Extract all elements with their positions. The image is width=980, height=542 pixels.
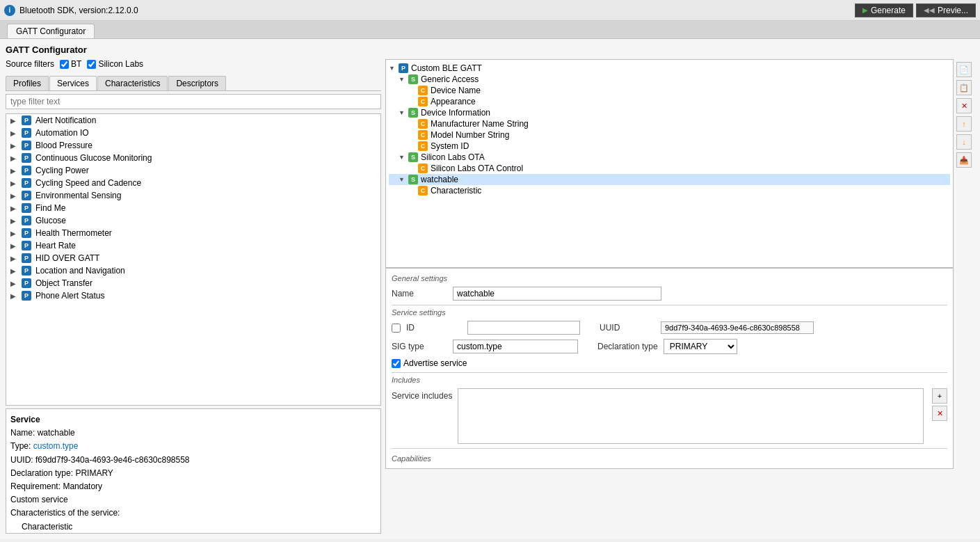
declaration-type-select[interactable]: PRIMARY SECONDARY	[664, 339, 737, 354]
filter-input[interactable]	[6, 94, 381, 109]
expand-arrow: ▶	[10, 129, 17, 137]
silicon-labs-filter[interactable]: Silicon Labs	[87, 59, 143, 69]
id-label: ID	[406, 323, 462, 333]
sig-type-label: SIG type	[392, 342, 447, 351]
tree-root[interactable]: ▼ P Custom BLE GATT	[389, 63, 950, 74]
delete-button[interactable]: ✕	[956, 98, 972, 113]
tab-characteristics[interactable]: Characteristics	[97, 76, 168, 90]
list-item[interactable]: ▶ P Cycling Speed and Cadence	[6, 177, 380, 189]
expand-arrow: ▶	[10, 242, 17, 250]
expand-arrow: ▶	[10, 205, 17, 212]
id-row: ID UUID	[392, 321, 947, 335]
tab-descriptors[interactable]: Descriptors	[168, 76, 226, 90]
list-item-label: Cycling Power	[35, 166, 89, 175]
info-name: Name: watchable	[10, 427, 376, 440]
tree-item[interactable]: ▶ C Model Number String	[389, 129, 950, 141]
tree-item[interactable]: ▼ S Generic Access	[389, 74, 950, 85]
list-item[interactable]: ▶ P Location and Navigation	[6, 264, 380, 277]
move-up-button[interactable]: ↑	[956, 116, 972, 131]
list-item[interactable]: ▶ P Glucose	[6, 214, 380, 227]
silicon-labs-checkbox[interactable]	[87, 60, 96, 69]
move-down-button[interactable]: ↓	[956, 134, 972, 150]
tab-bar: GATT Configurator	[0, 21, 980, 39]
includes-row: Service includes + ✕	[392, 388, 947, 444]
tab-profiles[interactable]: Profiles	[6, 76, 49, 90]
chevron-down-icon: ▼	[389, 65, 396, 72]
badge-c: C	[418, 130, 428, 140]
tree-root-label: Custom BLE GATT	[411, 63, 482, 73]
badge-s: S	[408, 108, 418, 118]
import-button[interactable]: 📥	[956, 152, 972, 168]
bt-label: BT	[71, 59, 81, 69]
uuid-input[interactable]	[661, 321, 814, 334]
list-item[interactable]: ▶ P Cycling Power	[6, 164, 380, 177]
remove-include-button[interactable]: ✕	[932, 406, 947, 421]
preview-button[interactable]: ◀◀ Previe...	[916, 3, 976, 17]
tree-item[interactable]: ▶ C Characteristic	[389, 185, 950, 196]
tree-item-label: System ID	[431, 141, 469, 151]
expand-arrow: ▶	[10, 154, 17, 162]
sig-type-input[interactable]	[453, 340, 578, 353]
list-item[interactable]: ▶ P Find Me	[6, 202, 380, 214]
tree-item[interactable]: ▶ C Device Name	[389, 85, 950, 96]
list-item[interactable]: ▶ P HID OVER GATT	[6, 252, 380, 264]
copy-button[interactable]: 📋	[956, 80, 972, 95]
right-toolbar: 📄 📋 ✕ ↑ ↓ 📥	[956, 59, 974, 534]
tree-item[interactable]: ▶ C Appearance	[389, 96, 950, 107]
tree-item-label: Generic Access	[421, 74, 479, 84]
new-button[interactable]: 📄	[956, 62, 972, 77]
tree-item-watchable[interactable]: ▼ S watchable	[389, 174, 950, 185]
chevron-down-icon: ▼	[399, 176, 405, 183]
includes-title: Includes	[392, 376, 947, 384]
settings-panel: General settings Name Service settings I…	[385, 268, 954, 469]
list-item[interactable]: ▶ P Continuous Glucose Monitoring	[6, 152, 380, 164]
chevron-down-icon: ▼	[399, 76, 405, 83]
expand-arrow: ▶	[10, 217, 17, 225]
main-content: GATT Configurator Source filters BT Sili…	[0, 39, 980, 539]
generate-button[interactable]: ▶ Generate	[855, 3, 913, 17]
info-uuid: UUID: f69dd7f9-340a-4693-9e46-c8630c8985…	[10, 454, 376, 467]
profiles-list: ▶ P Alert Notification ▶ P Automation IO…	[6, 113, 381, 406]
list-item-label: Location and Navigation	[35, 266, 125, 276]
advertise-label[interactable]: Advertise service	[392, 358, 467, 368]
bt-filter[interactable]: BT	[60, 59, 81, 69]
list-item[interactable]: ▶ P Automation IO	[6, 127, 380, 139]
expand-arrow: ▶	[10, 142, 17, 150]
add-include-button[interactable]: +	[932, 388, 947, 404]
name-input[interactable]	[453, 287, 661, 301]
expand-arrow: ▶	[10, 280, 17, 287]
list-item[interactable]: ▶ P Blood Pressure	[6, 139, 380, 152]
id-checkbox[interactable]	[392, 324, 401, 333]
tab-services[interactable]: Services	[49, 76, 97, 90]
top-actions: ▶ Generate ◀◀ Previe...	[855, 3, 976, 17]
list-item[interactable]: ▶ P Alert Notification	[6, 114, 380, 127]
silicon-labs-label: Silicon Labs	[98, 59, 143, 69]
list-item-label: Blood Pressure	[35, 141, 93, 150]
list-item[interactable]: ▶ P Heart Rate	[6, 239, 380, 252]
tree-item-label: Characteristic	[431, 186, 481, 196]
tree-item[interactable]: ▶ C Manufacturer Name String	[389, 118, 950, 129]
gatt-configurator-tab[interactable]: GATT Configurator	[7, 24, 95, 38]
advertise-checkbox[interactable]	[392, 359, 401, 368]
tree-item[interactable]: ▶ C System ID	[389, 141, 950, 152]
list-item[interactable]: ▶ P Object Transfer	[6, 277, 380, 289]
expand-arrow: ▶	[10, 230, 17, 237]
bt-checkbox[interactable]	[60, 60, 69, 69]
tree-item[interactable]: ▼ S Silicon Labs OTA	[389, 152, 950, 163]
tree-item[interactable]: ▶ C Silicon Labs OTA Control	[389, 163, 950, 174]
info-icon: i	[4, 5, 15, 16]
list-item[interactable]: ▶ P Environmental Sensing	[6, 189, 380, 202]
left-panel: Source filters BT Silicon Labs Profiles …	[6, 59, 381, 534]
badge-p: P	[22, 216, 31, 225]
id-input[interactable]	[467, 321, 580, 335]
list-item[interactable]: ▶ P Phone Alert Status	[6, 289, 380, 302]
play-icon: ▶	[862, 6, 868, 14]
top-bar: i Bluetooth SDK, version:2.12.0.0 ▶ Gene…	[0, 0, 980, 21]
list-item-label: Environmental Sensing	[35, 191, 121, 200]
info-declaration: Declaration type: PRIMARY	[10, 467, 376, 480]
tree-item[interactable]: ▼ S Device Information	[389, 107, 950, 118]
tree-item-label: watchable	[421, 175, 458, 184]
badge-s: S	[408, 175, 418, 184]
list-item[interactable]: ▶ P Health Thermometer	[6, 227, 380, 239]
source-filters: Source filters BT Silicon Labs	[6, 59, 381, 69]
